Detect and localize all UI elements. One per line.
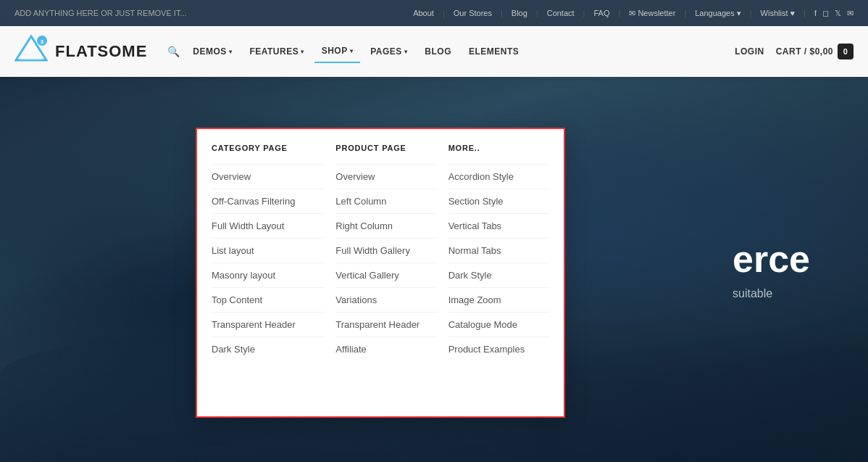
facebook-icon[interactable]: f xyxy=(814,9,817,17)
top-nav-languages[interactable]: Languages ▾ xyxy=(695,9,741,18)
pages-caret: ▾ xyxy=(404,49,408,55)
product-page-header: PRODUCT PAGE xyxy=(335,144,436,161)
more-normal-tabs[interactable]: Normal Tabs xyxy=(448,238,549,263)
prod-transparent-header[interactable]: Transparent Header xyxy=(335,312,436,337)
top-nav-contact[interactable]: Contact xyxy=(547,9,575,17)
cat-full-width[interactable]: Full Width Layout xyxy=(212,213,324,238)
cat-dark-style[interactable]: Dark Style xyxy=(212,337,324,361)
top-nav-blog[interactable]: Blog xyxy=(512,9,527,17)
logo[interactable]: 3 FLATSOME xyxy=(14,35,147,68)
features-caret: ▾ xyxy=(301,49,304,55)
more-header: MORE.. xyxy=(448,144,549,161)
more-vertical-tabs[interactable]: Vertical Tabs xyxy=(448,213,549,238)
top-bar: ADD ANYTHING HERE OR JUST REMOVE IT... A… xyxy=(0,0,868,26)
prod-overview[interactable]: Overview xyxy=(335,164,436,189)
more-image-zoom[interactable]: Image Zoom xyxy=(448,287,549,312)
category-page-col: CATEGORY PAGE Overview Off-Canvas Filter… xyxy=(212,144,324,361)
top-nav-faq[interactable]: FAQ xyxy=(593,9,609,17)
email-icon[interactable]: ✉ xyxy=(847,9,854,18)
dropdown-grid: CATEGORY PAGE Overview Off-Canvas Filter… xyxy=(212,144,549,361)
more-catalogue-mode[interactable]: Catalogue Mode xyxy=(448,312,549,337)
shop-dropdown: CATEGORY PAGE Overview Off-Canvas Filter… xyxy=(196,128,565,418)
shop-caret: ▾ xyxy=(350,48,354,54)
nav-features[interactable]: FEATURES ▾ xyxy=(242,41,311,62)
cat-transparent-header[interactable]: Transparent Header xyxy=(212,312,324,337)
header-right: LOGIN CART / $0,00 0 xyxy=(735,44,854,59)
top-bar-announcement: ADD ANYTHING HERE OR JUST REMOVE IT... xyxy=(14,9,187,17)
nav-shop[interactable]: SHOP ▾ xyxy=(314,40,361,63)
search-icon[interactable]: 🔍 xyxy=(162,40,185,63)
more-accordion[interactable]: Accordion Style xyxy=(448,164,549,189)
prod-variations[interactable]: Variations xyxy=(335,287,436,312)
header: 3 FLATSOME 🔍 DEMOS ▾ FEATURES ▾ SHOP ▾ P… xyxy=(0,26,868,77)
hero-text: erce suitable xyxy=(733,239,810,300)
top-nav-about[interactable]: About xyxy=(413,9,434,17)
cat-masonry[interactable]: Masonry layout xyxy=(212,263,324,287)
more-section-style[interactable]: Section Style xyxy=(448,189,549,213)
nav-pages[interactable]: PAGES ▾ xyxy=(363,41,414,62)
cat-off-canvas[interactable]: Off-Canvas Filtering xyxy=(212,189,324,213)
more-col: MORE.. Accordion Style Section Style Ver… xyxy=(437,144,549,361)
cat-top-content[interactable]: Top Content xyxy=(212,287,324,312)
hero-subtitle: suitable xyxy=(733,287,810,300)
prod-vertical-gallery[interactable]: Vertical Gallery xyxy=(335,263,436,287)
more-dark-style[interactable]: Dark Style xyxy=(448,263,549,287)
top-nav-wishlist[interactable]: Wishlist ♥ xyxy=(761,9,795,17)
prod-affiliate[interactable]: Affiliate xyxy=(335,337,436,361)
prod-right-column[interactable]: Right Column xyxy=(335,213,436,238)
instagram-icon[interactable]: ◻ xyxy=(822,9,829,18)
logo-text: FLATSOME xyxy=(55,42,147,61)
hero-section: erce suitable CATEGORY PAGE Overview Off… xyxy=(0,77,868,462)
cart-label: CART / $0,00 xyxy=(776,46,833,57)
login-link[interactable]: LOGIN xyxy=(735,46,764,57)
prod-left-column[interactable]: Left Column xyxy=(335,189,436,213)
top-bar-nav: About | Our Stores | Blog | Contact | FA… xyxy=(413,9,854,18)
demos-caret: ▾ xyxy=(229,49,233,55)
twitter-icon[interactable]: 𝕏 xyxy=(835,9,841,18)
top-nav-stores[interactable]: Our Stores xyxy=(454,9,492,17)
category-page-header: CATEGORY PAGE xyxy=(212,144,324,161)
main-nav: DEMOS ▾ FEATURES ▾ SHOP ▾ PAGES ▾ BLOG E… xyxy=(185,40,735,63)
cart-count: 0 xyxy=(838,44,854,59)
dropdown-panel: CATEGORY PAGE Overview Off-Canvas Filter… xyxy=(196,128,565,418)
top-nav-newsletter[interactable]: ✉ Newsletter xyxy=(629,9,675,18)
cat-overview[interactable]: Overview xyxy=(212,164,324,189)
product-page-col: PRODUCT PAGE Overview Left Column Right … xyxy=(324,144,436,361)
svg-text:3: 3 xyxy=(41,38,44,45)
logo-svg: 3 xyxy=(14,35,48,68)
social-icons: f ◻ 𝕏 ✉ xyxy=(814,9,854,18)
logo-icon: 3 xyxy=(14,35,48,68)
cat-list-layout[interactable]: List layout xyxy=(212,238,324,263)
prod-full-width-gallery[interactable]: Full Width Gallery xyxy=(335,238,436,263)
hero-title: erce xyxy=(733,239,810,280)
more-product-examples[interactable]: Product Examples xyxy=(448,337,549,361)
nav-blog[interactable]: BLOG xyxy=(417,41,459,62)
nav-elements[interactable]: ELEMENTS xyxy=(462,41,526,62)
cart-area[interactable]: CART / $0,00 0 xyxy=(776,44,854,59)
nav-demos[interactable]: DEMOS ▾ xyxy=(185,41,239,62)
